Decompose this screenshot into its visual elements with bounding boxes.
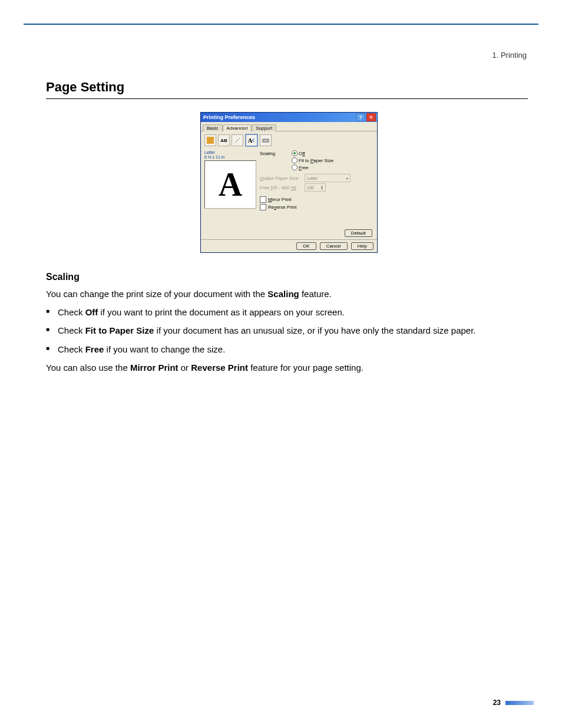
page-number: 23 <box>493 699 501 707</box>
titlebar-help-button[interactable]: ? <box>356 113 365 121</box>
body-text: Scaling You can change the print size of… <box>46 270 529 379</box>
free-percent-spinner: 100 ▲▼ <box>305 183 326 192</box>
ok-button[interactable]: OK <box>296 242 316 250</box>
dialog-toolbar: AB A <box>201 131 377 149</box>
dialog-titlebar: Printing Preferences ? × <box>201 113 377 122</box>
toolbar-btn-5[interactable] <box>260 134 272 146</box>
reverse-print-label: Reverse Print <box>268 205 296 210</box>
settings-column: Scaling Off Fit to Paper Size <box>260 150 373 212</box>
dialog-bottom-bar: OK Cancel Help <box>201 239 377 252</box>
output-size-value: Letter <box>307 176 318 180</box>
mirror-print-label: Mirror Print <box>268 197 292 202</box>
svg-rect-0 <box>207 137 214 144</box>
bullet-free: Check Free if you want to change the siz… <box>46 342 529 356</box>
scaling-fit-label: Fit to Paper Size <box>299 158 333 163</box>
toolbar-btn-1[interactable] <box>204 134 216 146</box>
reverse-print-checkbox[interactable] <box>260 204 266 210</box>
spinner-down-icon: ▼ <box>320 187 323 190</box>
section-rule <box>46 98 528 99</box>
preview-paper-name: Letter <box>204 150 256 155</box>
tab-basic[interactable]: Basic <box>203 124 223 131</box>
color-swatch-icon <box>207 137 214 144</box>
scaling-free-label: Free <box>299 165 308 170</box>
page-footer: 23 <box>493 699 534 707</box>
titlebar-close-button[interactable]: × <box>366 113 376 121</box>
default-button[interactable]: Default <box>345 229 372 237</box>
scaling-off-label: Off <box>299 151 305 156</box>
header-rule <box>24 24 538 25</box>
tab-strip: Basic Advanced Support <box>201 122 377 131</box>
bullet-off: Check Off if you want to print the docum… <box>46 305 529 319</box>
tab-advanced[interactable]: Advanced <box>223 124 252 131</box>
free-percent-value: 100 <box>307 186 314 190</box>
toolbar-btn-3[interactable] <box>232 134 243 146</box>
svg-line-1 <box>235 138 240 143</box>
bullet-fit: Check Fit to Paper Size if your document… <box>46 324 529 337</box>
output-size-label: Output Paper Size <box>260 176 305 181</box>
printing-preferences-dialog: Printing Preferences ? × Basic Advanced … <box>200 112 378 253</box>
also-paragraph: You can also use the Mirror Print or Rev… <box>46 361 529 374</box>
scaling-intro: You can change the print size of your do… <box>46 287 529 301</box>
free-percent-label: Free [25 - 400 %] <box>260 185 305 190</box>
toolbar-btn-2[interactable]: AB <box>218 134 230 146</box>
scaling-fit-radio[interactable] <box>292 157 297 163</box>
chevron-down-icon: ▾ <box>346 176 348 180</box>
output-size-combo: Letter ▾ <box>305 174 351 182</box>
dialog-title: Printing Preferences <box>203 114 255 120</box>
mirror-print-checkbox[interactable] <box>260 196 266 203</box>
page-preview: A <box>204 160 256 209</box>
scaling-free-radio[interactable] <box>292 164 297 170</box>
preview-letter-glyph: A <box>219 166 242 203</box>
chapter-label: 1. Printing <box>492 51 527 60</box>
resize-arrow-icon <box>252 137 255 143</box>
toolbar-btn-4-page-setting[interactable]: A <box>245 134 258 147</box>
svg-rect-2 <box>263 139 269 142</box>
footer-accent-bar <box>505 701 534 705</box>
tab-support[interactable]: Support <box>252 124 276 131</box>
scaling-off-radio[interactable] <box>292 150 297 156</box>
preview-column: Letter 8 ½ x 11 in A <box>204 150 256 212</box>
device-options-icon <box>262 137 269 143</box>
help-button[interactable]: Help <box>351 242 373 250</box>
preview-paper-dim: 8 ½ x 11 in <box>204 155 256 160</box>
watermark-icon <box>234 137 240 143</box>
cancel-button[interactable]: Cancel <box>320 242 348 250</box>
scaling-label: Scaling <box>260 151 292 156</box>
scaling-heading: Scaling <box>46 270 529 285</box>
section-title: Page Setting <box>46 80 124 95</box>
